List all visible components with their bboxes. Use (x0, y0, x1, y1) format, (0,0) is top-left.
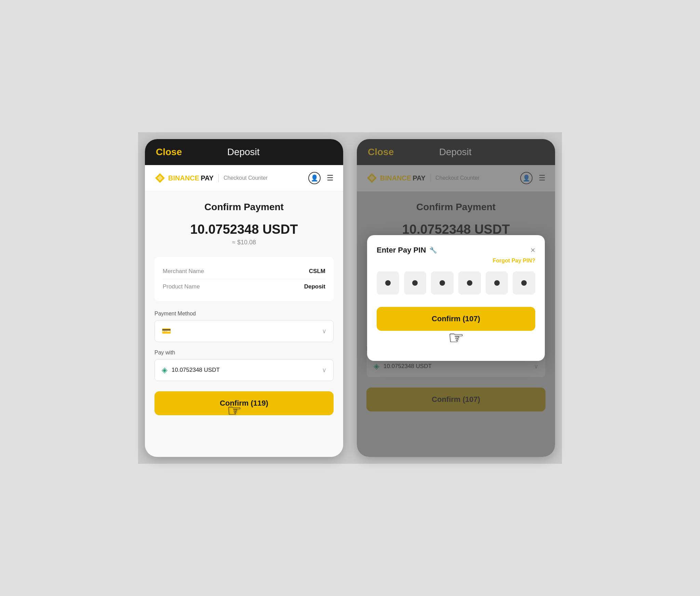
forgot-pin-link[interactable]: Forgot Pay PIN? (377, 258, 535, 264)
left-usdt-left: ◈ 10.0752348 USDT (162, 366, 220, 375)
left-confirm-title: Confirm Payment (154, 202, 334, 213)
left-header-icons: 👤 ☰ (308, 172, 334, 184)
left-payment-dropdown-arrow: ∨ (322, 327, 326, 335)
pin-dots-row (377, 271, 535, 295)
left-usdt-amount: 10.0752348 USDT (172, 367, 220, 374)
pin-modal-title: Enter Pay PIN 🔧 (377, 246, 437, 255)
pin-dot-3 (431, 271, 454, 295)
left-close-button[interactable]: Close (156, 147, 182, 158)
left-amount-section: 10.0752348 USDT ≈ $10.08 (154, 222, 334, 246)
left-page-title: Deposit (227, 147, 260, 158)
left-top-bar: Close Deposit (145, 139, 343, 165)
pin-dot-4-fill (467, 280, 472, 286)
left-merchant-label: Merchant Name (163, 268, 204, 275)
pin-close-button[interactable]: × (530, 245, 535, 255)
left-usdt-dropdown-arrow: ∨ (322, 366, 326, 374)
left-amount-sub: ≈ $10.08 (154, 239, 334, 246)
left-binance-logo: BINANCE PAY (154, 173, 214, 184)
left-payment-method-label: Payment Method (154, 311, 334, 317)
left-amount-main: 10.0752348 USDT (154, 222, 334, 237)
wrench-icon: 🔧 (429, 246, 437, 254)
left-logo-pay: PAY (201, 174, 214, 182)
left-payment-method-dropdown[interactable]: 💳 ∨ (154, 320, 334, 342)
left-logo-binance: BINANCE (168, 174, 199, 182)
left-pay-with-label: Pay with (154, 350, 334, 356)
pin-dot-6 (513, 271, 535, 295)
left-logo-icon (154, 173, 165, 184)
left-main-content: Confirm Payment 10.0752348 USDT ≈ $10.08… (145, 191, 343, 457)
left-product-row: Product Name Deposit (163, 279, 325, 294)
left-info-section: Merchant Name CSLM Product Name Deposit (154, 257, 334, 301)
left-product-label: Product Name (163, 283, 200, 290)
left-card-icon: 💳 (162, 327, 171, 336)
left-merchant-value: CSLM (309, 268, 325, 275)
pin-modal: Enter Pay PIN 🔧 × Forgot Pay PIN? Confir… (367, 235, 545, 361)
left-divider (218, 174, 219, 182)
right-phone: Close Deposit BINANCE PAY Checkout Count… (357, 139, 555, 457)
left-header-nav: BINANCE PAY Checkout Counter 👤 ☰ (145, 165, 343, 191)
pin-confirm-button[interactable]: Confirm (107) (377, 307, 535, 331)
pin-dot-3-fill (440, 280, 445, 286)
left-logo-text: BINANCE PAY (168, 174, 214, 182)
pin-dot-2 (404, 271, 427, 295)
pin-dot-6-fill (521, 280, 527, 286)
left-pay-with-dropdown[interactable]: ◈ 10.0752348 USDT ∨ (154, 359, 334, 381)
cursor-area: ☞ (377, 331, 535, 351)
left-phone: Close Deposit BINANCE PAY Checkout Count… (145, 139, 343, 457)
left-menu-icon[interactable]: ☰ (327, 174, 334, 182)
left-merchant-row: Merchant Name CSLM (163, 264, 325, 279)
pin-dot-4 (458, 271, 481, 295)
left-confirm-button[interactable]: Confirm (119) (154, 391, 334, 415)
left-payment-method-left: 💳 (162, 327, 171, 336)
pin-modal-title-text: Enter Pay PIN (377, 246, 426, 255)
pin-modal-header: Enter Pay PIN 🔧 × (377, 245, 535, 255)
pin-dot-2-fill (412, 280, 418, 286)
left-checkout-label: Checkout Counter (224, 175, 268, 181)
pin-dot-5-fill (494, 280, 500, 286)
left-usdt-gem-icon: ◈ (162, 366, 167, 375)
pin-dot-1 (377, 271, 399, 295)
pin-dot-5 (486, 271, 508, 295)
left-user-icon[interactable]: 👤 (308, 172, 321, 184)
pin-dot-1-fill (385, 280, 391, 286)
pin-modal-overlay: Enter Pay PIN 🔧 × Forgot Pay PIN? Confir… (357, 139, 555, 457)
left-product-value: Deposit (304, 283, 325, 290)
left-user-glyph: 👤 (311, 174, 318, 182)
